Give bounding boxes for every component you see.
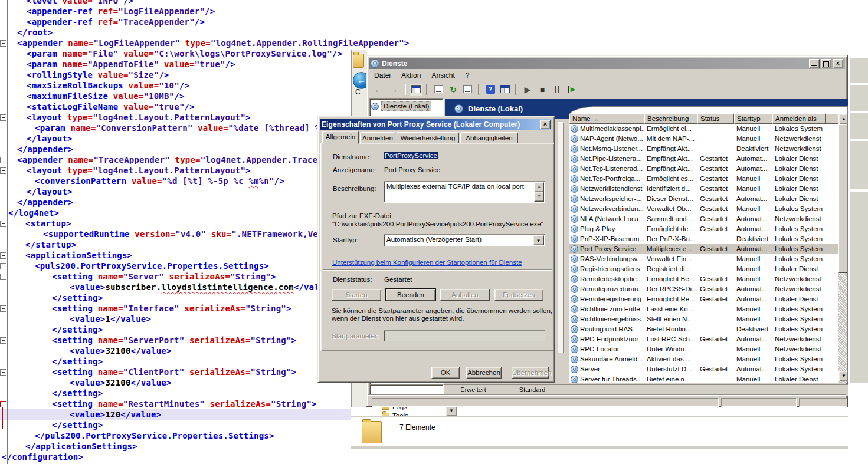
- service-row[interactable]: Net.Tcp-Portfreiga...Ermöglicht es...Ges…: [569, 174, 838, 184]
- service-row[interactable]: Richtlinie zum Entfe...Lässt eine Ko...M…: [569, 304, 838, 314]
- abbrechen-button[interactable]: Abbrechen: [466, 367, 502, 379]
- combo-dropdown-icon[interactable]: ▼: [533, 235, 544, 245]
- service-row[interactable]: Net.Msmq-Listener...Empfängt Akt...Deakt…: [569, 144, 838, 154]
- pause-service-icon[interactable]: [551, 84, 564, 96]
- starten-button[interactable]: Starten: [332, 289, 381, 301]
- service-name: RPC-Endpunktzuor...: [580, 334, 644, 344]
- column-starttyp[interactable]: Starttyp: [734, 114, 772, 124]
- export-list-icon[interactable]: ▶: [461, 84, 474, 96]
- service-row[interactable]: ServerUnterstützt D...GestartetAutomat..…: [569, 364, 838, 374]
- service-start: Automat...: [734, 154, 772, 164]
- service-row[interactable]: Net.Pipe-Listenera...Empfängt Akt...Gest…: [569, 154, 838, 164]
- service-row[interactable]: NLA (Network Loca...Sammelt und ...Gesta…: [569, 214, 838, 224]
- start-service-icon[interactable]: ▶: [521, 84, 534, 96]
- dialog-titlebar[interactable]: Eigenschaften von Port Proxy Service (Lo…: [320, 119, 552, 130]
- refresh-icon[interactable]: ↻: [447, 84, 460, 96]
- service-row[interactable]: RemoteregistrierungErmöglicht Re...Gesta…: [569, 294, 838, 304]
- column-beschreibung[interactable]: Beschreibung: [644, 114, 697, 124]
- service-gear-icon: [571, 356, 578, 363]
- fold-marker[interactable]: [0, 252, 6, 259]
- column-anmelden-als[interactable]: Anmelden als: [772, 114, 826, 124]
- tab-wiederherstellung[interactable]: Wiederherstellung: [397, 132, 459, 143]
- fold-marker[interactable]: [0, 369, 6, 376]
- fold-marker[interactable]: [0, 40, 6, 47]
- tab-erweitert[interactable]: Erweitert: [444, 386, 503, 395]
- minimize-button[interactable]: [809, 59, 820, 68]
- extended-view-icon[interactable]: [499, 84, 512, 96]
- service-desc: Verwaltet Ob...: [644, 204, 697, 214]
- forward-icon[interactable]: →: [387, 84, 400, 96]
- service-row[interactable]: Remoteprozedurau...Der RPCSS-Di...Gestar…: [569, 284, 838, 294]
- menu-ansicht[interactable]: Ansicht: [426, 70, 460, 81]
- tab-standard[interactable]: Standard: [504, 386, 561, 395]
- anhalten-button[interactable]: Anhalten: [440, 289, 490, 301]
- service-logon: Lokales System: [772, 314, 826, 324]
- code-line: <appender-ref ref="LogFileAppender"/>: [0, 6, 868, 17]
- fold-marker[interactable]: [0, 114, 6, 121]
- startoptions-help-link[interactable]: Unterstützung beim Konfigurieren der Sta…: [332, 259, 522, 266]
- service-row[interactable]: Remotedesktopdie...Ermöglicht Be...Gesta…: [569, 274, 838, 284]
- service-row[interactable]: Netzwerkspeicher-...Dieser Dienst...Gest…: [569, 194, 838, 204]
- fold-marker[interactable]: [0, 263, 6, 269]
- fold-marker[interactable]: [0, 221, 6, 227]
- service-start: Manuell: [734, 264, 772, 274]
- column-status[interactable]: Status: [697, 114, 734, 124]
- service-row[interactable]: NetzwerklistendienstIdentifiziert d...Ge…: [569, 184, 838, 194]
- list-scrollbar[interactable]: ▲ ▼: [838, 114, 848, 383]
- service-row[interactable]: Plug & PlayErmöglicht de...GestartetAuto…: [569, 224, 838, 234]
- menu-datei[interactable]: Datei: [369, 70, 396, 81]
- ok-button[interactable]: OK: [431, 367, 460, 379]
- service-row[interactable]: Registrierungsdiens...Registriert di...M…: [569, 264, 838, 274]
- startparameter-field[interactable]: [384, 330, 545, 341]
- explorer-combo-arrow-icon[interactable]: ▼: [446, 406, 457, 416]
- close-button[interactable]: ×: [833, 59, 843, 68]
- tab-abhaengigkeiten[interactable]: Abhängigkeiten: [460, 132, 518, 143]
- menu-aktion[interactable]: Aktion: [396, 70, 426, 81]
- beenden-button[interactable]: Beenden: [386, 289, 435, 301]
- scroll-up-icon[interactable]: ▲: [838, 114, 848, 124]
- service-row[interactable]: Multimediaklassenpl...Ermöglicht ei...Ma…: [569, 124, 838, 134]
- show-console-tree-icon[interactable]: [410, 84, 422, 96]
- starttyp-combobox[interactable]: Automatisch (Verzögerter Start) ▼: [384, 234, 545, 246]
- desc-scroll-up-icon[interactable]: ▲: [534, 182, 544, 192]
- service-row[interactable]: RPC-Endpunktzuor...Löst RPC-Sch...Gestar…: [569, 334, 838, 344]
- service-row[interactable]: NAP-Agent (Netwo...Mit dem NAP-...Manuel…: [569, 134, 838, 144]
- service-row[interactable]: Sekundäre Anmeld...Aktiviert das ...Manu…: [569, 354, 838, 364]
- menu-hilfe[interactable]: ?: [460, 70, 475, 81]
- service-row[interactable]: Server für Threads...Bietet eine n...Man…: [569, 374, 838, 383]
- tree-item-dienste-lokal[interactable]: Dienste (Lokal): [371, 101, 442, 111]
- dialog-close-icon[interactable]: ×: [540, 120, 551, 129]
- stop-service-icon[interactable]: ■: [536, 84, 549, 96]
- services-titlebar[interactable]: Dienste ×: [369, 58, 845, 69]
- uebernehmen-button[interactable]: Übernehmen: [512, 367, 549, 379]
- service-row[interactable]: Netzwerkverbindun...Verwaltet Ob...Gesta…: [569, 204, 838, 214]
- service-row[interactable]: Port Proxy ServiceMultiplexes e...Gestar…: [569, 244, 838, 254]
- service-row[interactable]: Richtlinienergebniss...Stellt einen N...…: [569, 314, 838, 324]
- service-row[interactable]: Net.Tcp-Listenerad...Empfängt Akt...Gest…: [569, 164, 838, 174]
- tab-allgemein[interactable]: Allgemein: [322, 131, 359, 144]
- tab-anmelden[interactable]: Anmelden: [360, 132, 395, 143]
- desc-scroll-down-icon[interactable]: ▼: [534, 192, 544, 202]
- maximize-button[interactable]: [821, 59, 831, 68]
- fold-marker[interactable]: [0, 305, 6, 312]
- scroll-down-icon[interactable]: ▼: [838, 371, 848, 381]
- service-row[interactable]: RAS-Verbindungsv...Verwaltet Ein...Manue…: [569, 254, 838, 264]
- fold-marker[interactable]: [0, 274, 6, 280]
- scrollbar-thumb[interactable]: [838, 124, 848, 273]
- beschreibung-textarea[interactable]: Multiplexes external TCP/IP data on loca…: [384, 181, 545, 203]
- restart-service-icon[interactable]: ▶: [565, 84, 578, 96]
- fold-marker[interactable]: [0, 167, 6, 174]
- service-row[interactable]: PnP-X-IP-Busenum...Der PnP-X-Bu...Deakti…: [569, 234, 838, 244]
- service-start: Manuell: [734, 174, 772, 184]
- service-row[interactable]: RPC-LocatorUnter Windo...ManuellNetzwerk…: [569, 344, 838, 354]
- help-icon[interactable]: ?: [484, 84, 497, 96]
- fold-marker-red[interactable]: [0, 401, 6, 407]
- back-icon[interactable]: ←: [372, 84, 385, 96]
- column-name[interactable]: Name▲: [569, 114, 644, 124]
- fold-marker[interactable]: [0, 337, 6, 344]
- service-row[interactable]: Routing und RASBietet Routin...Deaktivie…: [569, 324, 838, 334]
- fortsetzen-button[interactable]: Fortsetzen: [494, 289, 543, 301]
- fold-marker[interactable]: [0, 157, 6, 163]
- selected-folder-icon: [362, 421, 382, 443]
- properties-icon[interactable]: [432, 84, 445, 96]
